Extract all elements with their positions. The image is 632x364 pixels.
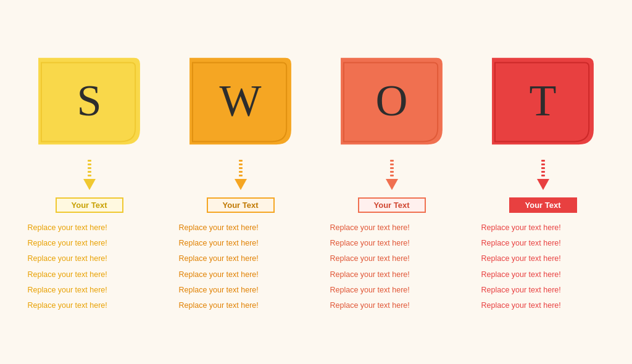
- arrow-dash: [239, 160, 243, 162]
- list-item: Replace your text here!: [28, 268, 107, 281]
- arrow-dash: [541, 167, 545, 169]
- arrow-dash: [88, 171, 91, 173]
- list-item: Replace your text here!: [28, 252, 107, 265]
- list-item: Replace your text here!: [330, 252, 410, 265]
- arrow-head-o: [386, 179, 398, 190]
- leaf-letter-w: W: [220, 75, 262, 126]
- arrow-dash: [88, 163, 91, 165]
- list-item: Replace your text here!: [481, 221, 561, 234]
- list-item: Replace your text here!: [330, 299, 410, 312]
- arrow-dashes-s: [88, 160, 91, 176]
- text-items-s: Replace your text here!Replace your text…: [22, 221, 157, 313]
- arrow-dash: [390, 163, 394, 165]
- arrow-dash: [541, 160, 545, 162]
- arrow-dash: [541, 171, 545, 173]
- leaf-t: T: [486, 52, 600, 151]
- arrow-dash: [239, 163, 243, 165]
- arrow-dash: [541, 175, 545, 176]
- arrow-w: [235, 160, 247, 190]
- swot-column-o: O Your TextReplace your text here!Replac…: [324, 52, 460, 313]
- list-item: Replace your text here!: [481, 252, 561, 265]
- leaf-w: W: [183, 52, 297, 151]
- list-item: Replace your text here!: [179, 237, 259, 250]
- arrow-dash: [390, 171, 394, 173]
- leaf-o: O: [335, 52, 449, 151]
- arrow-dash: [88, 175, 91, 176]
- arrow-t: [537, 160, 549, 190]
- arrow-dash: [390, 167, 394, 169]
- list-item: Replace your text here!: [481, 237, 561, 250]
- text-items-w: Replace your text here!Replace your text…: [173, 221, 309, 313]
- section-label-o: Your Text: [358, 197, 426, 213]
- arrow-dashes-w: [239, 160, 243, 176]
- leaf-letter-o: O: [376, 75, 408, 126]
- arrow-dash: [239, 171, 243, 173]
- arrow-dash: [88, 160, 91, 162]
- leaf-letter-s: S: [77, 75, 101, 126]
- swot-column-s: S Your TextReplace your text here!Replac…: [22, 52, 157, 313]
- arrow-o: [386, 160, 398, 190]
- arrow-dash: [390, 160, 394, 162]
- leaf-letter-t: T: [530, 75, 557, 126]
- list-item: Replace your text here!: [28, 299, 107, 312]
- list-item: Replace your text here!: [28, 284, 107, 297]
- list-item: Replace your text here!: [481, 268, 561, 281]
- section-label-t: Your Text: [509, 197, 577, 213]
- swot-diagram: S Your TextReplace your text here!Replac…: [7, 39, 625, 325]
- arrow-dash: [541, 163, 545, 165]
- list-item: Replace your text here!: [330, 268, 410, 281]
- text-items-o: Replace your text here!Replace your text…: [324, 221, 460, 313]
- section-label-s: Your Text: [56, 197, 123, 213]
- swot-column-w: W Your TextReplace your text here!Replac…: [173, 52, 309, 313]
- list-item: Replace your text here!: [179, 284, 259, 297]
- list-item: Replace your text here!: [330, 221, 410, 234]
- list-item: Replace your text here!: [481, 284, 561, 297]
- arrow-dashes-t: [541, 160, 545, 176]
- section-label-w: Your Text: [207, 197, 275, 213]
- swot-column-t: T Your TextReplace your text here!Replac…: [475, 52, 611, 313]
- arrow-head-w: [235, 179, 247, 190]
- arrow-s: [83, 160, 96, 190]
- list-item: Replace your text here!: [28, 221, 107, 234]
- text-items-t: Replace your text here!Replace your text…: [475, 221, 611, 313]
- list-item: Replace your text here!: [330, 284, 410, 297]
- arrow-head-t: [537, 179, 549, 190]
- arrow-dash: [88, 167, 91, 169]
- arrow-dashes-o: [390, 160, 394, 176]
- list-item: Replace your text here!: [179, 268, 259, 281]
- arrow-dash: [239, 167, 243, 169]
- list-item: Replace your text here!: [179, 299, 259, 312]
- list-item: Replace your text here!: [179, 252, 259, 265]
- list-item: Replace your text here!: [179, 221, 259, 234]
- list-item: Replace your text here!: [28, 237, 107, 250]
- arrow-dash: [239, 175, 243, 176]
- list-item: Replace your text here!: [481, 299, 561, 312]
- leaf-s: S: [32, 52, 146, 151]
- arrow-head-s: [83, 179, 96, 190]
- arrow-dash: [390, 175, 394, 176]
- list-item: Replace your text here!: [330, 237, 410, 250]
